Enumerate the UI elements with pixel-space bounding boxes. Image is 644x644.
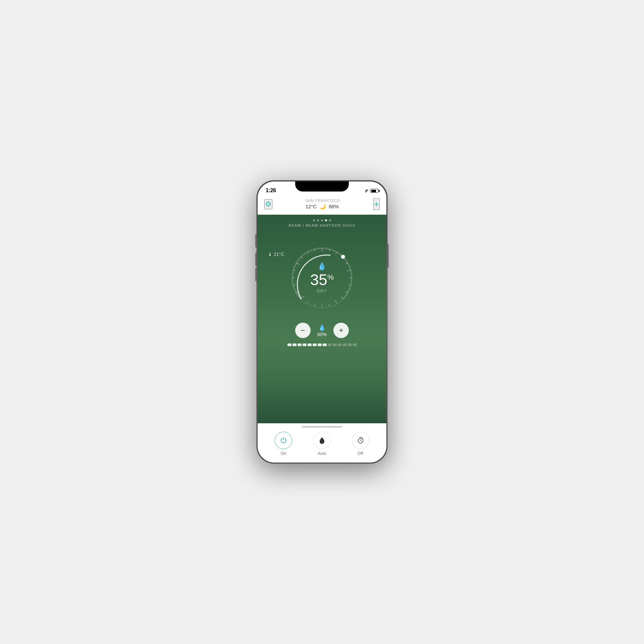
seg-5 — [308, 343, 312, 346]
tab-on[interactable]: On — [275, 432, 292, 456]
device-label: BEAM | BEAM KANTOOR DUUX — [289, 223, 356, 227]
city-label: San Francisco — [306, 199, 340, 203]
home-indicator — [302, 426, 342, 428]
target-humidity-display: 💧 60% — [317, 324, 327, 337]
seg-11 — [338, 343, 342, 346]
gauge-center: 💧 35% DRY — [310, 262, 334, 293]
status-bar: 1:26 — [258, 181, 386, 196]
main-area: BEAM | BEAM KANTOOR DUUX 🌡 21°C — [258, 215, 386, 423]
humidity-gauge: 💧 35% DRY — [285, 241, 359, 315]
temp-value: 21°C — [274, 252, 284, 257]
svg-line-17 — [301, 296, 304, 299]
seg-10 — [333, 343, 337, 346]
tab-auto[interactable]: Auto — [313, 432, 331, 456]
dot-3[interactable] — [321, 219, 323, 221]
bottom-tabs: On Auto — [258, 432, 386, 456]
auto-icon-circle — [313, 432, 331, 449]
status-icons — [363, 189, 378, 193]
dot-5[interactable] — [329, 219, 331, 221]
tab-off[interactable]: Off — [352, 432, 369, 456]
off-label: Off — [358, 451, 363, 456]
svg-line-15 — [314, 304, 315, 306]
dot-1[interactable] — [313, 219, 315, 221]
seg-3 — [298, 343, 302, 346]
status-time: 1:26 — [266, 187, 276, 194]
seg-4 — [303, 343, 307, 346]
page-dots — [313, 219, 331, 221]
humidity-status: DRY — [310, 289, 334, 293]
bottom-bar: On Auto — [258, 423, 386, 463]
app-header: ⚙ San Francisco 12°C 🌙 66% + — [258, 196, 386, 215]
notch — [295, 181, 349, 192]
drop-icon: 💧 — [310, 262, 334, 271]
progress-bar — [287, 343, 357, 346]
seg-13 — [348, 343, 352, 346]
dot-2[interactable] — [317, 219, 319, 221]
controls-row: − 💧 60% + — [295, 323, 349, 338]
settings-button[interactable]: ⚙ — [264, 199, 272, 209]
seg-8 — [323, 343, 327, 346]
svg-line-16 — [307, 302, 308, 303]
timer-off-icon — [357, 437, 364, 444]
power-on-icon — [280, 437, 287, 444]
seg-12 — [343, 343, 347, 346]
add-button[interactable]: + — [373, 198, 380, 210]
dot-4-active[interactable] — [325, 219, 327, 221]
seg-2 — [292, 343, 297, 346]
off-icon-circle — [352, 432, 369, 449]
svg-line-13 — [329, 304, 330, 306]
room-temperature: 🌡 21°C — [268, 252, 284, 257]
seg-6 — [313, 343, 317, 346]
wifi-icon — [363, 189, 368, 193]
temperature-label: 12°C — [306, 204, 317, 209]
target-drop-icon: 💧 — [317, 324, 327, 331]
moon-icon: 🌙 — [319, 203, 326, 210]
humidity-value: 35% — [310, 272, 334, 287]
target-value: 60% — [317, 332, 327, 337]
decrease-button[interactable]: − — [295, 323, 311, 338]
svg-point-26 — [341, 255, 345, 259]
humidity-label: 66% — [329, 204, 339, 209]
phone-screen: 1:26 ⚙ San Francisco — [258, 181, 386, 463]
seg-9 — [328, 343, 332, 346]
auto-drop-icon — [318, 436, 326, 444]
thermometer-icon: 🌡 — [268, 252, 272, 257]
on-label: On — [281, 451, 286, 456]
increase-button[interactable]: + — [333, 323, 349, 338]
seg-1 — [287, 343, 291, 346]
svg-point-0 — [365, 192, 366, 193]
seg-7 — [318, 343, 322, 346]
header-center: San Francisco 12°C 🌙 66% — [306, 199, 340, 210]
battery-icon — [370, 189, 378, 193]
on-icon-circle — [275, 432, 292, 449]
weather-info: 12°C 🌙 66% — [306, 203, 340, 210]
seg-14 — [353, 343, 357, 346]
auto-label: Auto — [318, 451, 326, 456]
phone-frame: 1:26 ⚙ San Francisco — [257, 180, 387, 464]
